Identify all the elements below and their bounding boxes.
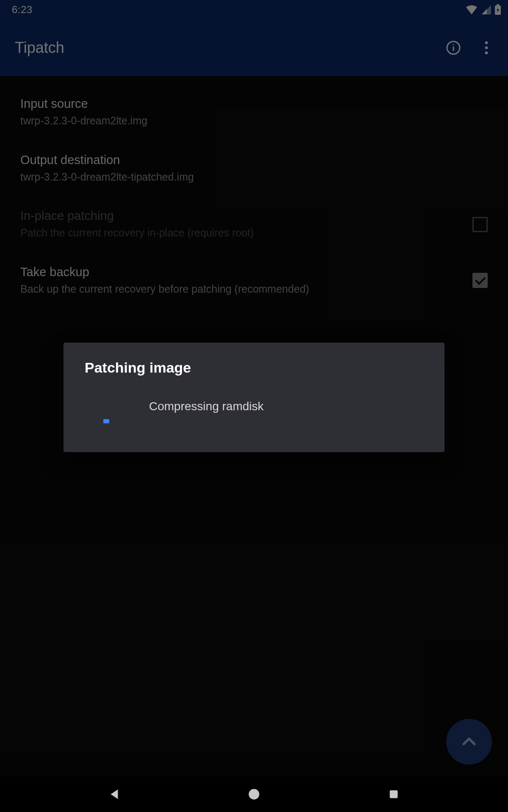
dialog-message: Compressing ramdisk [149, 400, 264, 413]
navigation-bar [0, 776, 508, 812]
back-icon [107, 787, 121, 801]
home-icon [248, 788, 260, 801]
nav-home-button[interactable] [229, 788, 279, 801]
recent-icon [388, 788, 400, 800]
svg-point-8 [249, 789, 260, 800]
progress-dialog: Patching image Compressing ramdisk [64, 343, 444, 452]
progress-spinner-icon [103, 401, 125, 423]
svg-rect-9 [390, 790, 398, 798]
dialog-title: Patching image [85, 359, 423, 376]
nav-back-button[interactable] [89, 787, 140, 801]
nav-recent-button[interactable] [368, 788, 419, 800]
modal-scrim: Patching image Compressing ramdisk [0, 0, 508, 776]
